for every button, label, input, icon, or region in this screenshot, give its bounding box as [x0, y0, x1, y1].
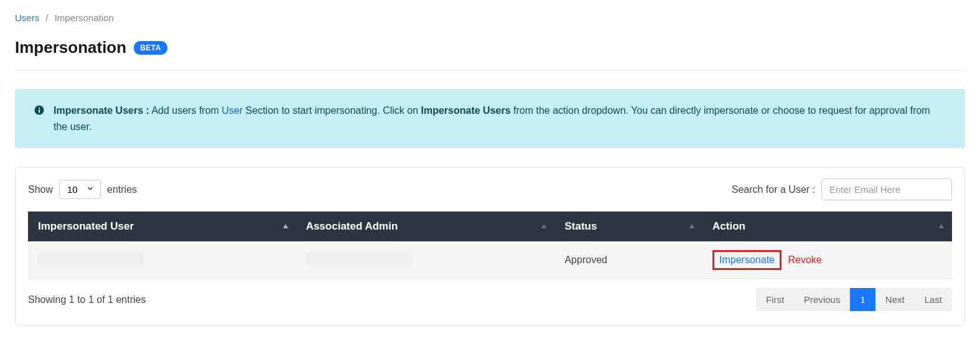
sort-asc-icon: [282, 220, 289, 233]
svg-marker-5: [689, 224, 694, 228]
sort-icon: [938, 220, 945, 233]
search-label: Search for a User :: [732, 184, 815, 195]
redacted-admin: [306, 253, 412, 265]
sort-icon: [541, 220, 547, 233]
page-1-button[interactable]: 1: [850, 288, 875, 311]
table-card: Show 10 entries Search for a User :: [15, 167, 965, 325]
sort-icon: [689, 220, 695, 233]
table-footer: Showing 1 to 1 of 1 entries First Previo…: [28, 288, 952, 311]
info-user-link[interactable]: User: [222, 105, 243, 116]
search-input[interactable]: [821, 179, 952, 200]
page-header: Impersonation BETA: [15, 38, 965, 57]
revoke-button[interactable]: Revoke: [788, 254, 821, 265]
table-controls: Show 10 entries Search for a User :: [28, 179, 952, 200]
breadcrumb-current: Impersonation: [55, 12, 114, 23]
cell-impersonated-user: [28, 241, 296, 279]
pagination: First Previous 1 Next Last: [756, 288, 952, 311]
info-bold-lead: Impersonate Users :: [54, 105, 149, 116]
info-text-1: Add users from: [149, 105, 222, 116]
search-wrap: Search for a User :: [732, 179, 952, 200]
breadcrumb: Users / Impersonation: [15, 12, 965, 23]
cell-action: Impersonate Revoke: [702, 241, 952, 279]
svg-marker-3: [283, 224, 288, 228]
svg-marker-6: [939, 224, 944, 228]
show-label: Show: [28, 184, 53, 195]
beta-badge: BETA: [134, 41, 167, 55]
info-text: Impersonate Users : Add users from User …: [54, 103, 946, 134]
cell-associated-admin: [296, 241, 555, 279]
info-icon: [34, 105, 45, 116]
entries-label: entries: [107, 184, 137, 195]
cell-status: Approved: [554, 241, 702, 279]
showing-info: Showing 1 to 1 of 1 entries: [28, 294, 146, 305]
col-impersonated-user[interactable]: Impersonated User: [28, 212, 296, 241]
data-table: Impersonated User Associated Admin Statu…: [28, 212, 952, 279]
page-last-button[interactable]: Last: [915, 288, 952, 311]
svg-marker-4: [541, 224, 546, 228]
svg-rect-2: [39, 109, 40, 113]
entries-select[interactable]: 10: [59, 180, 101, 199]
info-text-2: Section to start impersonating. Click on: [243, 105, 421, 116]
page-title: Impersonation: [15, 38, 126, 57]
breadcrumb-separator: /: [45, 12, 48, 23]
info-bold-mid: Impersonate Users: [421, 105, 510, 116]
col-action[interactable]: Action: [702, 212, 952, 241]
redacted-user: [38, 253, 144, 265]
page-next-button[interactable]: Next: [875, 288, 915, 311]
table-row: Approved Impersonate Revoke: [28, 241, 952, 279]
info-banner: Impersonate Users : Add users from User …: [15, 89, 965, 148]
page-first-button[interactable]: First: [756, 288, 794, 311]
page-previous-button[interactable]: Previous: [794, 288, 850, 311]
show-entries: Show 10 entries: [28, 180, 137, 199]
divider: [15, 70, 965, 70]
breadcrumb-users-link[interactable]: Users: [15, 12, 39, 23]
col-status[interactable]: Status: [554, 212, 702, 241]
svg-point-1: [39, 108, 40, 109]
impersonate-button[interactable]: Impersonate: [712, 250, 782, 270]
col-associated-admin[interactable]: Associated Admin: [296, 212, 555, 241]
table-header-row: Impersonated User Associated Admin Statu…: [28, 212, 952, 241]
